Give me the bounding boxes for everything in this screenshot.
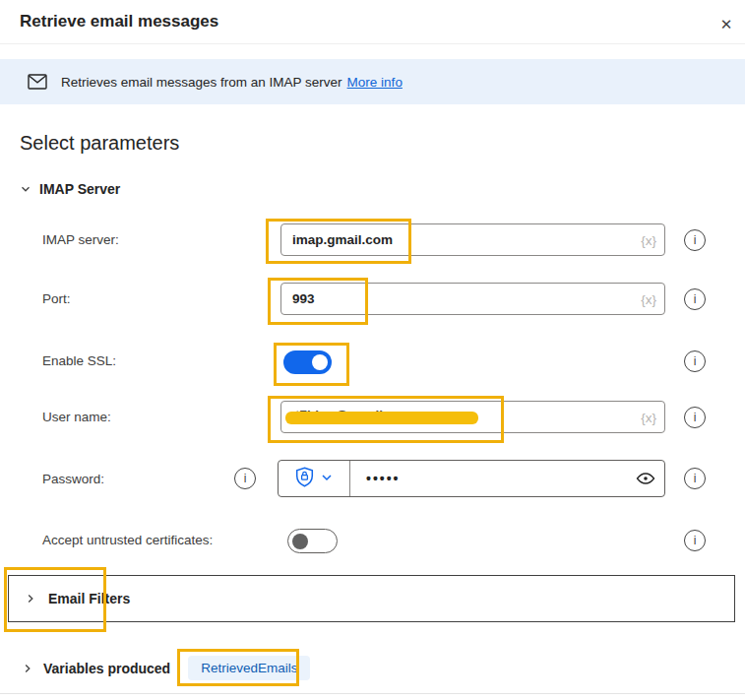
password-masked-value: ••••• <box>350 471 401 486</box>
eye-icon[interactable] <box>636 472 655 485</box>
produced-variable-pill[interactable]: RetrievedEmails <box>188 656 310 680</box>
imap-server-info-icon[interactable]: i <box>684 229 706 251</box>
close-icon[interactable]: ✕ <box>714 13 738 36</box>
bottom-divider <box>0 693 745 694</box>
header-divider <box>0 43 745 44</box>
variable-picker-icon[interactable]: {x} <box>641 410 656 424</box>
accept-untrusted-info-icon[interactable]: i <box>684 530 706 551</box>
imap-server-label: IMAP server: <box>42 232 119 247</box>
enable-ssl-info-icon[interactable]: i <box>684 350 706 372</box>
retrieve-email-dialog: Retrieve email messages ✕ Retrieves emai… <box>0 0 745 700</box>
shield-lock-icon <box>295 467 314 491</box>
accept-untrusted-label: Accept untrusted certificates: <box>42 533 213 547</box>
select-parameters-heading: Select parameters <box>20 132 179 155</box>
imap-server-section-label: IMAP Server <box>39 181 120 197</box>
chevron-down-icon <box>321 470 333 487</box>
chevron-right-icon <box>25 593 36 605</box>
user-name-info-icon[interactable]: i <box>684 407 706 428</box>
enable-ssl-toggle[interactable] <box>283 350 332 374</box>
chevron-right-icon[interactable] <box>22 663 33 674</box>
imap-server-input[interactable]: imap.gmail.com {x} <box>280 223 665 256</box>
email-filters-section-header[interactable]: Email Filters <box>8 575 735 622</box>
banner-text: Retrieves email messages from an IMAP se… <box>61 75 342 90</box>
password-type-dropdown[interactable] <box>279 461 350 496</box>
redaction-bar <box>285 412 478 424</box>
toggle-knob <box>292 534 308 549</box>
variable-picker-icon[interactable]: {x} <box>641 232 656 247</box>
port-value: 993 <box>292 291 315 306</box>
port-info-icon[interactable]: i <box>684 288 706 310</box>
port-label: Port: <box>42 291 71 306</box>
password-pre-info-icon[interactable]: i <box>234 468 256 489</box>
envelope-icon <box>28 74 47 90</box>
more-info-link[interactable]: More info <box>347 75 403 90</box>
variables-produced-label: Variables produced <box>43 661 170 676</box>
imap-server-value: imap.gmail.com <box>292 232 393 247</box>
user-name-label: User name: <box>42 410 111 424</box>
variable-picker-icon[interactable]: {x} <box>641 291 656 306</box>
variables-produced-row: Variables produced RetrievedEmails <box>22 656 310 680</box>
imap-server-section-header[interactable]: IMAP Server <box>20 181 120 197</box>
chevron-down-icon <box>20 183 31 195</box>
password-label: Password: <box>42 472 104 486</box>
password-info-icon[interactable]: i <box>684 468 706 489</box>
toggle-knob <box>312 354 328 370</box>
email-filters-label: Email Filters <box>48 591 130 606</box>
password-input[interactable]: ••••• <box>278 460 665 497</box>
info-banner: Retrieves email messages from an IMAP se… <box>0 59 745 104</box>
enable-ssl-label: Enable SSL: <box>42 353 116 368</box>
port-input[interactable]: 993 {x} <box>280 283 665 315</box>
accept-untrusted-toggle[interactable] <box>287 529 338 553</box>
dialog-title: Retrieve email messages <box>20 12 218 32</box>
